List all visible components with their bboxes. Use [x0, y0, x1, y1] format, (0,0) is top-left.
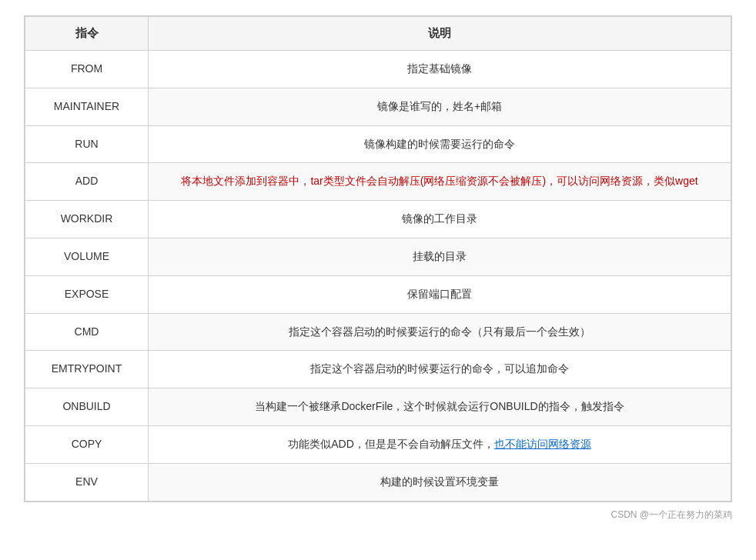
- table-row: COPY功能类似ADD，但是是不会自动解压文件，也不能访问网络资源: [25, 425, 731, 463]
- table-row: ADD将本地文件添加到容器中，tar类型文件会自动解压(网络压缩资源不会被解压)…: [25, 163, 731, 201]
- watermark: CSDN @一个正在努力的菜鸡: [24, 508, 732, 522]
- desc-cell: 功能类似ADD，但是是不会自动解压文件，也不能访问网络资源: [149, 425, 731, 463]
- desc-cell: 指定这个容器启动的时候要运行的命令（只有最后一个会生效）: [149, 313, 731, 351]
- cmd-cell: MAINTAINER: [25, 88, 149, 125]
- cmd-cell: VOLUME: [25, 238, 149, 275]
- table-row: EXPOSE保留端口配置: [25, 275, 731, 313]
- desc-cell: 当构建一个被继承DockerFile，这个时候就会运行ONBUILD的指令，触发…: [149, 388, 731, 426]
- cmd-cell: ONBUILD: [25, 388, 149, 426]
- table-row: ENV构建的时候设置环境变量: [25, 463, 731, 501]
- cmd-cell: COPY: [25, 425, 149, 463]
- table-row: CMD指定这个容器启动的时候要运行的命令（只有最后一个会生效）: [25, 313, 731, 351]
- desc-cell: 挂载的目录: [149, 238, 731, 275]
- desc-cell: 构建的时候设置环境变量: [149, 463, 731, 501]
- header-desc: 说明: [149, 17, 731, 51]
- desc-cell: 保留端口配置: [149, 275, 731, 313]
- table-row: VOLUME挂载的目录: [25, 238, 731, 275]
- table-row: EMTRYPOINT指定这个容器启动的时候要运行的命令，可以追加命令: [25, 351, 731, 388]
- desc-cell: 将本地文件添加到容器中，tar类型文件会自动解压(网络压缩资源不会被解压)，可以…: [149, 163, 731, 201]
- table-row: ONBUILD当构建一个被继承DockerFile，这个时候就会运行ONBUIL…: [25, 388, 731, 426]
- dockerfile-table: 指令 说明 FROM指定基础镜像MAINTAINER镜像是谁写的，姓名+邮箱RU…: [24, 15, 732, 502]
- cmd-cell: EXPOSE: [25, 275, 149, 313]
- cmd-cell: CMD: [25, 313, 149, 351]
- cmd-cell: ENV: [25, 463, 149, 501]
- desc-cell: 指定基础镜像: [149, 51, 731, 88]
- cmd-cell: FROM: [25, 51, 149, 88]
- header-cmd: 指令: [25, 17, 149, 51]
- desc-cell: 镜像构建的时候需要运行的命令: [149, 125, 731, 163]
- desc-cell: 镜像的工作目录: [149, 201, 731, 238]
- cmd-cell: ADD: [25, 163, 149, 201]
- table-row: RUN镜像构建的时候需要运行的命令: [25, 125, 731, 163]
- cmd-cell: RUN: [25, 125, 149, 163]
- desc-cell: 镜像是谁写的，姓名+邮箱: [149, 88, 731, 125]
- cmd-cell: WORKDIR: [25, 201, 149, 238]
- desc-cell: 指定这个容器启动的时候要运行的命令，可以追加命令: [149, 351, 731, 388]
- table-row: WORKDIR镜像的工作目录: [25, 201, 731, 238]
- cmd-cell: EMTRYPOINT: [25, 351, 149, 388]
- table-row: MAINTAINER镜像是谁写的，姓名+邮箱: [25, 88, 731, 125]
- table-row: FROM指定基础镜像: [25, 51, 731, 88]
